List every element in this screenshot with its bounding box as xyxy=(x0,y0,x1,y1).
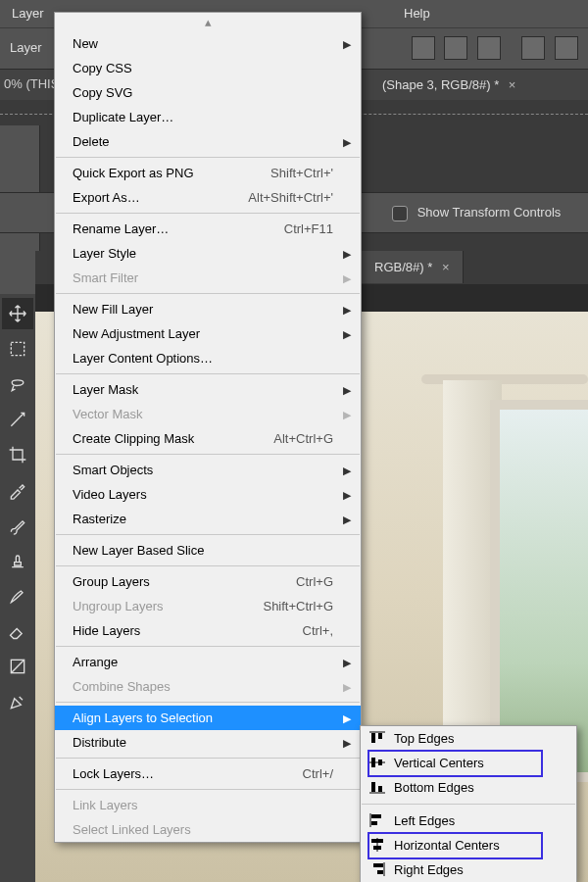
menu-vector-mask: Vector Mask▶ xyxy=(55,402,361,426)
svg-rect-18 xyxy=(373,863,383,867)
document-tab-title: (Shape 3, RGB/8#) * xyxy=(382,77,499,92)
align-submenu: Top Edges Vertical Centers Bottom Edges … xyxy=(360,725,577,882)
submenu-top-edges[interactable]: Top Edges xyxy=(361,726,576,751)
tools-panel xyxy=(0,294,36,882)
align-vcenter-icon[interactable] xyxy=(444,36,467,60)
menu-help[interactable]: Help xyxy=(392,0,442,26)
menu-create-clipping-mask[interactable]: Create Clipping MaskAlt+Ctrl+G xyxy=(55,426,361,451)
svg-rect-9 xyxy=(371,782,375,792)
menu-new[interactable]: New▶ xyxy=(55,31,361,56)
menu-arrange[interactable]: Arrange▶ xyxy=(55,650,361,674)
svg-rect-13 xyxy=(371,821,377,825)
svg-rect-12 xyxy=(371,814,381,818)
menu-layer-mask[interactable]: Layer Mask▶ xyxy=(55,377,361,402)
menu-group-layers[interactable]: Group LayersCtrl+G xyxy=(55,569,361,594)
crop-tool[interactable] xyxy=(2,439,33,470)
lasso-tool[interactable] xyxy=(2,368,33,400)
close-icon[interactable]: × xyxy=(509,77,516,92)
align-vertical-centers-icon xyxy=(368,755,386,770)
menu-delete[interactable]: Delete▶ xyxy=(55,129,361,154)
submenu-bottom-edges[interactable]: Bottom Edges xyxy=(361,775,576,800)
align-bottom-edges-icon xyxy=(368,779,386,795)
svg-rect-4 xyxy=(378,733,382,739)
menu-layer-style[interactable]: Layer Style▶ xyxy=(55,241,361,266)
menu-quick-export[interactable]: Quick Export as PNGShift+Ctrl+' xyxy=(55,161,361,185)
submenu-right-edges[interactable]: Right Edges xyxy=(361,858,576,882)
menu-rename-layer[interactable]: Rename Layer…Ctrl+F11 xyxy=(55,217,361,241)
layer-menu: ▴ New▶ Copy CSS Copy SVG Duplicate Layer… xyxy=(54,12,362,843)
menu-smart-objects[interactable]: Smart Objects▶ xyxy=(55,458,361,482)
menu-video-layers[interactable]: Video Layers▶ xyxy=(55,482,361,507)
menu-export-as[interactable]: Export As…Alt+Shift+Ctrl+' xyxy=(55,185,361,210)
eraser-tool[interactable] xyxy=(2,615,33,647)
menu-select-linked-layers: Select Linked Layers xyxy=(55,817,361,842)
menu-align-layers-to-selection[interactable]: Align Layers to Selection▶ xyxy=(55,706,361,730)
marquee-tool[interactable] xyxy=(2,333,33,365)
menu-new-fill-layer[interactable]: New Fill Layer▶ xyxy=(55,297,361,321)
menu-rasterize[interactable]: Rasterize▶ xyxy=(55,507,361,531)
history-brush-tool[interactable] xyxy=(2,580,33,612)
move-tool[interactable] xyxy=(2,298,33,329)
menu-link-layers: Link Layers xyxy=(55,793,361,817)
menu-duplicate-layer[interactable]: Duplicate Layer… xyxy=(55,105,361,129)
menu-layer-content-options[interactable]: Layer Content Options… xyxy=(55,346,361,370)
checkbox-icon[interactable] xyxy=(392,206,408,221)
brush-tool[interactable] xyxy=(2,510,33,541)
menu-ungroup-layers: Ungroup LayersShift+Ctrl+G xyxy=(55,594,361,618)
align-top-icon[interactable] xyxy=(412,36,435,60)
svg-rect-6 xyxy=(371,758,375,767)
menu-copy-svg[interactable]: Copy SVG xyxy=(55,80,361,105)
menu-scroll-up-icon[interactable]: ▴ xyxy=(55,13,361,31)
svg-rect-7 xyxy=(378,760,382,765)
close-icon[interactable]: × xyxy=(442,260,450,274)
document-tab-2[interactable]: RGB/8#) * × xyxy=(361,251,464,283)
menu-combine-shapes: Combine Shapes▶ xyxy=(55,674,361,699)
zoom-label: 0% (THIS xyxy=(4,76,59,91)
gradient-tool[interactable] xyxy=(2,651,33,682)
align-icon-group xyxy=(406,36,579,63)
menu-distribute[interactable]: Distribute▶ xyxy=(55,730,361,755)
svg-rect-15 xyxy=(371,839,383,843)
menu-copy-css[interactable]: Copy CSS xyxy=(55,56,361,80)
align-left-icon[interactable] xyxy=(521,36,545,60)
align-left-edges-icon xyxy=(368,812,386,828)
align-bottom-icon[interactable] xyxy=(477,36,501,60)
menu-layer[interactable]: Layer xyxy=(0,0,56,26)
menu-new-adjustment-layer[interactable]: New Adjustment Layer▶ xyxy=(55,321,361,346)
submenu-vertical-centers[interactable]: Vertical Centers xyxy=(361,751,576,775)
svg-rect-19 xyxy=(377,870,383,874)
document-tab[interactable]: (Shape 3, RGB/8#) * × xyxy=(372,70,525,100)
submenu-horizontal-centers[interactable]: Horizontal Centers xyxy=(361,833,576,858)
svg-rect-16 xyxy=(373,846,381,850)
stamp-tool[interactable] xyxy=(2,545,33,576)
menu-new-layer-based-slice[interactable]: New Layer Based Slice xyxy=(55,538,361,563)
align-right-edges-icon xyxy=(368,861,386,877)
svg-rect-10 xyxy=(378,786,382,792)
pen-tool[interactable] xyxy=(2,686,33,717)
align-horizontal-centers-icon xyxy=(368,837,386,853)
menu-lock-layers[interactable]: Lock Layers…Ctrl+/ xyxy=(55,761,361,786)
show-transform-checkbox[interactable]: Show Transform Controls xyxy=(392,205,561,221)
show-transform-label: Show Transform Controls xyxy=(417,205,562,220)
svg-rect-3 xyxy=(371,733,375,743)
align-top-edges-icon xyxy=(368,730,386,746)
menu-smart-filter: Smart Filter▶ xyxy=(55,266,361,290)
svg-rect-0 xyxy=(11,342,24,355)
align-hcenter-icon[interactable] xyxy=(555,36,578,60)
menu-hide-layers[interactable]: Hide LayersCtrl+, xyxy=(55,618,361,643)
submenu-left-edges[interactable]: Left Edges xyxy=(361,808,576,833)
document-tab-2-title: RGB/8#) * xyxy=(374,260,432,274)
wand-tool[interactable] xyxy=(2,404,33,435)
layer-label: Layer xyxy=(10,40,42,55)
eyedropper-tool[interactable] xyxy=(2,474,33,506)
